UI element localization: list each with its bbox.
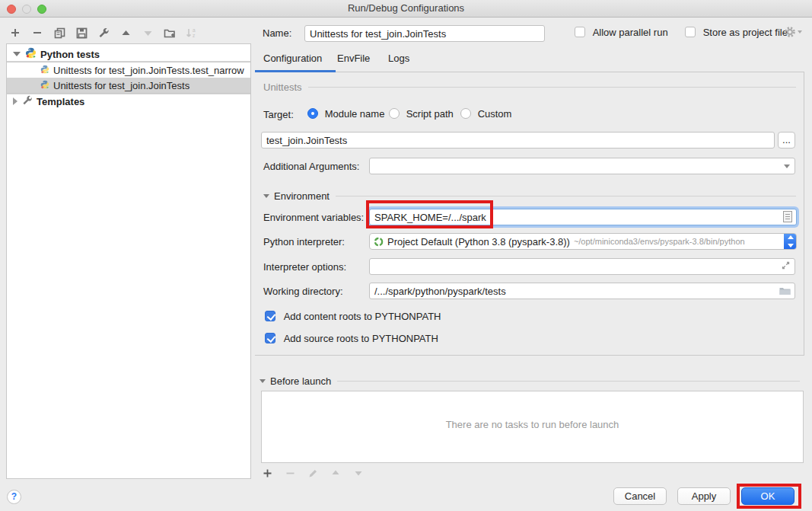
python-interpreter-label: Python interpreter: bbox=[263, 236, 345, 248]
save-configuration-icon[interactable] bbox=[75, 27, 88, 39]
apply-button[interactable]: Apply bbox=[677, 487, 731, 505]
move-task-up-icon[interactable] bbox=[330, 467, 342, 479]
tab-logs[interactable]: Logs bbox=[388, 53, 409, 64]
cancel-button[interactable]: Cancel bbox=[613, 487, 667, 505]
radio-icon[interactable] bbox=[460, 108, 471, 119]
window-title: Run/Debug Configurations bbox=[0, 2, 812, 14]
add-source-roots-label: Add source roots to PYTHONPATH bbox=[284, 333, 438, 344]
before-launch-toolbar bbox=[261, 467, 365, 479]
python-interpreter-value: Project Default (Python 3.8 (pyspark-3.8… bbox=[387, 236, 570, 248]
radio-icon[interactable] bbox=[389, 108, 400, 119]
python-test-icon bbox=[40, 65, 49, 76]
python-interpreter-select[interactable]: Project Default (Python 3.8 (pyspark-3.8… bbox=[369, 233, 797, 250]
radio-module-name[interactable]: Module name bbox=[307, 108, 384, 120]
title-bar: Run/Debug Configurations bbox=[0, 0, 812, 18]
store-as-project-file-checkbox[interactable]: Store as project file bbox=[685, 27, 788, 38]
tree-item-label: Unittests for test_join.JoinTests bbox=[53, 80, 189, 91]
working-directory-label: Working directory: bbox=[263, 286, 343, 297]
configuration-form: Unittests Target: Module name Script pat… bbox=[255, 72, 804, 356]
python-icon bbox=[25, 47, 37, 61]
checkbox-checked-icon[interactable] bbox=[265, 333, 275, 343]
configurations-toolbar: az bbox=[9, 25, 198, 40]
allow-parallel-run-label: Allow parallel run bbox=[593, 27, 668, 38]
wrench-icon bbox=[22, 95, 33, 108]
interpreter-options-label: Interpreter options: bbox=[263, 261, 346, 273]
add-content-roots-label: Add content roots to PYTHONPATH bbox=[284, 311, 441, 322]
radio-module-name-label: Module name bbox=[325, 108, 385, 120]
annotation-box-env-variables bbox=[366, 200, 493, 228]
conda-env-icon bbox=[374, 237, 384, 247]
before-launch-header: Before launch bbox=[260, 375, 800, 387]
tree-children-group: Unittests for test_join.JoinTests.test_n… bbox=[7, 62, 250, 94]
expand-field-icon[interactable] bbox=[781, 260, 791, 270]
add-task-icon[interactable] bbox=[261, 467, 273, 479]
tree-item-label: Unittests for test_join.JoinTests.test_n… bbox=[53, 65, 244, 76]
radio-custom[interactable]: Custom bbox=[460, 108, 511, 120]
unittests-group-header: Unittests bbox=[263, 81, 796, 93]
create-folder-icon[interactable] bbox=[164, 27, 176, 39]
configurations-tree: Python tests Unittests for test_join.Joi… bbox=[6, 43, 251, 479]
checkbox-icon[interactable] bbox=[685, 27, 696, 37]
environment-group-header: Environment bbox=[263, 190, 796, 202]
active-tab-indicator bbox=[255, 70, 336, 72]
tree-item-jointests-selected[interactable]: Unittests for test_join.JoinTests bbox=[7, 78, 250, 93]
move-up-icon[interactable] bbox=[119, 27, 132, 39]
tab-envfile[interactable]: EnvFile bbox=[337, 53, 370, 64]
name-input[interactable] bbox=[304, 25, 545, 42]
copy-configuration-icon[interactable] bbox=[53, 27, 65, 39]
radio-icon[interactable] bbox=[307, 108, 318, 119]
interpreter-options-input[interactable] bbox=[369, 258, 795, 275]
edit-task-icon[interactable] bbox=[307, 467, 319, 479]
gear-icon[interactable] bbox=[784, 26, 802, 38]
tab-configuration[interactable]: Configuration bbox=[263, 53, 322, 64]
before-launch-empty-text: There are no tasks to run before launch bbox=[262, 419, 803, 430]
checkbox-icon[interactable] bbox=[575, 27, 585, 37]
move-task-down-icon[interactable] bbox=[352, 467, 365, 479]
configuration-panel: Name: Allow parallel run Store as projec… bbox=[255, 18, 812, 511]
name-label: Name: bbox=[263, 27, 291, 39]
chevron-right-icon[interactable] bbox=[13, 97, 18, 105]
tree-item-label: Templates bbox=[37, 96, 84, 107]
edit-variables-icon[interactable] bbox=[783, 211, 792, 222]
tab-bar: Configuration EnvFile Logs bbox=[255, 53, 812, 71]
svg-text:z: z bbox=[193, 33, 195, 38]
remove-configuration-icon[interactable] bbox=[31, 27, 43, 39]
additional-arguments-label: Additional Arguments: bbox=[263, 161, 359, 172]
tree-item-test-narrow[interactable]: Unittests for test_join.JoinTests.test_n… bbox=[7, 62, 250, 78]
chevron-down-icon[interactable] bbox=[784, 164, 790, 168]
add-configuration-icon[interactable] bbox=[9, 27, 21, 39]
tree-item-label: Python tests bbox=[40, 49, 100, 60]
environment-variables-label: Environment variables: bbox=[263, 212, 364, 223]
allow-parallel-run-checkbox[interactable]: Allow parallel run bbox=[575, 27, 668, 38]
environment-group-title: Environment bbox=[274, 190, 330, 202]
tree-item-python-tests[interactable]: Python tests bbox=[7, 46, 250, 62]
select-stepper-icon[interactable] bbox=[784, 233, 797, 250]
before-launch-title: Before launch bbox=[270, 375, 331, 387]
svg-text:a: a bbox=[193, 27, 196, 33]
help-button[interactable]: ? bbox=[7, 490, 21, 504]
before-launch-task-list: There are no tasks to run before launch bbox=[261, 391, 804, 463]
sort-configurations-icon[interactable]: az bbox=[186, 27, 198, 39]
browse-target-button[interactable]: ... bbox=[778, 132, 795, 149]
python-test-icon bbox=[40, 80, 49, 91]
target-label: Target: bbox=[263, 109, 294, 120]
working-directory-input[interactable] bbox=[369, 283, 795, 299]
unittests-group-title: Unittests bbox=[263, 81, 302, 93]
tree-item-templates[interactable]: Templates bbox=[7, 94, 250, 109]
add-source-roots-checkbox[interactable]: Add source roots to PYTHONPATH bbox=[265, 333, 438, 344]
move-down-icon[interactable] bbox=[142, 27, 154, 39]
checkbox-checked-icon[interactable] bbox=[265, 311, 275, 321]
additional-arguments-input[interactable] bbox=[369, 158, 795, 174]
add-content-roots-checkbox[interactable]: Add content roots to PYTHONPATH bbox=[265, 311, 441, 322]
radio-script-path-label: Script path bbox=[406, 108, 454, 120]
edit-templates-icon[interactable] bbox=[97, 27, 110, 39]
folder-icon[interactable] bbox=[779, 286, 791, 295]
remove-task-icon[interactable] bbox=[284, 467, 296, 479]
collapse-triangle-icon[interactable] bbox=[260, 379, 266, 383]
collapse-triangle-icon[interactable] bbox=[263, 194, 269, 198]
python-interpreter-path: ~/opt/miniconda3/envs/pyspark-3.8/bin/py… bbox=[574, 237, 745, 246]
target-input[interactable] bbox=[261, 132, 775, 149]
chevron-down-icon[interactable] bbox=[13, 52, 21, 56]
radio-script-path[interactable]: Script path bbox=[389, 108, 454, 120]
annotation-box-ok-button bbox=[737, 484, 801, 509]
